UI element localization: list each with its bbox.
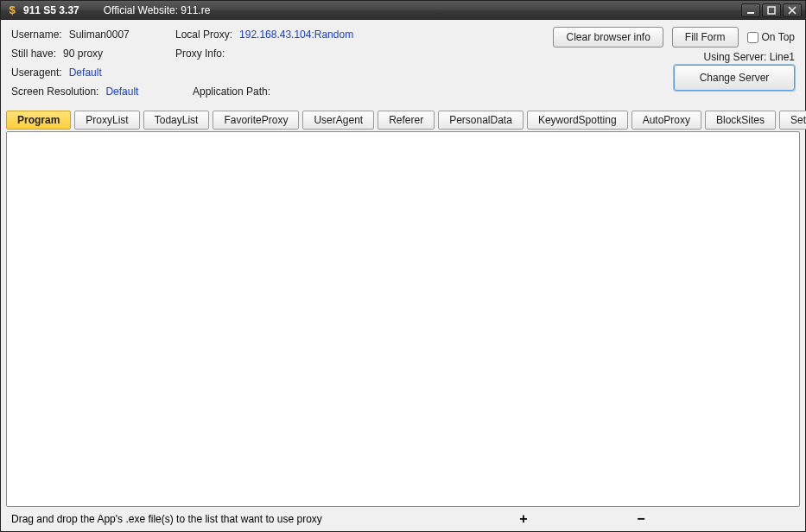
svg-rect-0 [747, 12, 754, 14]
top-right-controls: Clear browser info Fill Form On Top [553, 27, 795, 48]
svg-rect-1 [768, 7, 775, 14]
still-have-label: Still have: [11, 48, 56, 60]
application-path-label: Application Path: [193, 86, 270, 98]
on-top-checkbox[interactable] [747, 32, 758, 43]
tab-autoproxy[interactable]: AutoProxy [631, 111, 701, 130]
title-bar: $ 911 S5 3.37 Official Website: 911.re [1, 1, 805, 20]
fill-form-button[interactable]: Fill Form [672, 27, 739, 48]
remove-program-button[interactable]: − [634, 511, 648, 527]
drag-drop-hint: Drag and drop the App's .exe file(s) to … [11, 513, 322, 525]
username-value: Suliman0007 [69, 28, 130, 41]
window-controls [741, 3, 802, 17]
minimize-button[interactable] [741, 3, 760, 17]
info-panel: Clear browser info Fill Form On Top Usin… [1, 20, 805, 111]
tab-referer[interactable]: Referer [378, 111, 435, 130]
tab-proxylist[interactable]: ProxyList [74, 111, 139, 130]
app-icon: $ [6, 4, 18, 16]
clear-browser-info-button[interactable]: Clear browser info [553, 27, 663, 48]
tab-favoriteproxy[interactable]: FavoriteProxy [213, 111, 299, 130]
tab-personaldata[interactable]: PersonalData [438, 111, 524, 130]
username-label: Username: [11, 28, 62, 41]
tab-useragent[interactable]: UserAgent [302, 111, 374, 130]
app-title: 911 S5 3.37 [23, 4, 79, 16]
on-top-label: On Top [762, 31, 795, 43]
add-program-button[interactable]: + [517, 511, 530, 527]
useragent-label: Useragent: [11, 66, 62, 79]
local-proxy-value[interactable]: 192.168.43.104:Random [239, 28, 353, 41]
screen-resolution-label: Screen Resolution: [11, 86, 98, 98]
screen-resolution-value[interactable]: Default [105, 86, 138, 98]
maximize-button[interactable] [762, 3, 781, 17]
program-list-area[interactable] [6, 131, 800, 507]
close-button[interactable] [783, 3, 802, 17]
tab-blocksites[interactable]: BlockSites [705, 111, 776, 130]
bottom-bar: Drag and drop the App's .exe file(s) to … [1, 507, 805, 531]
tab-bar: Program ProxyList TodayList FavoriteProx… [1, 111, 805, 130]
change-server-button[interactable]: Change Server [674, 65, 795, 91]
on-top-checkbox-wrap[interactable]: On Top [747, 31, 795, 43]
add-remove-controls: + − [517, 511, 648, 527]
local-proxy-label: Local Proxy: [175, 28, 232, 41]
useragent-value[interactable]: Default [69, 66, 102, 79]
tab-settings[interactable]: Settings [779, 111, 806, 130]
using-server-label: Using Server: Line1 [704, 51, 795, 63]
still-have-value: 90 proxy [63, 48, 103, 60]
tab-program[interactable]: Program [6, 111, 71, 130]
app-window: $ 911 S5 3.37 Official Website: 911.re C… [0, 0, 806, 532]
proxy-info-label: Proxy Info: [175, 48, 225, 60]
tab-todaylist[interactable]: TodayList [143, 111, 210, 130]
tab-keywordspotting[interactable]: KeywordSpotting [527, 111, 628, 130]
official-website-label: Official Website: 911.re [104, 4, 211, 16]
